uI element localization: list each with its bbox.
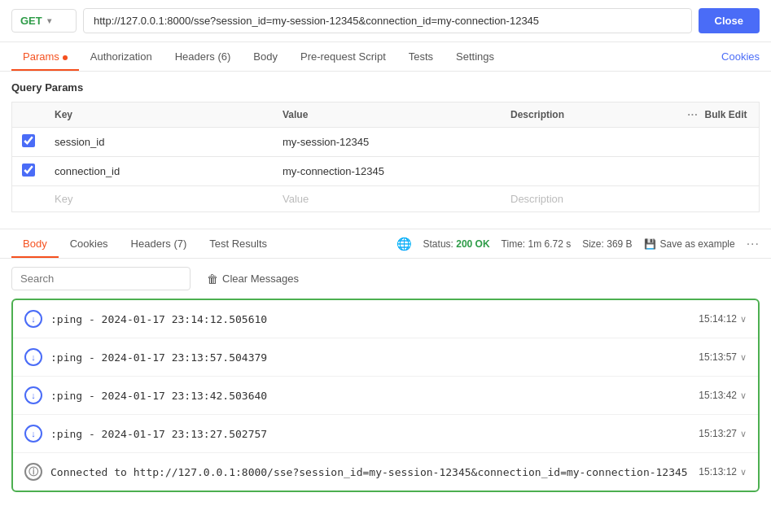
chevron-down-icon: ∨: [740, 314, 747, 325]
response-tab-cookies[interactable]: Cookies: [59, 229, 120, 258]
tab-settings[interactable]: Settings: [445, 42, 506, 71]
row1-description: [501, 128, 678, 157]
query-params-title: Query Params: [11, 81, 760, 94]
row2-value[interactable]: my-connection-12345: [273, 157, 501, 186]
message-text: :ping - 2024-01-17 23:13:42.503640: [50, 390, 690, 402]
list-item[interactable]: ↓ :ping - 2024-01-17 23:13:57.504379 15:…: [13, 338, 758, 377]
response-tab-body[interactable]: Body: [11, 229, 59, 258]
method-dropdown[interactable]: GET ▾: [11, 9, 77, 33]
tab-params[interactable]: Params: [11, 42, 79, 71]
save-as-example-button[interactable]: 💾 Save as example: [644, 238, 735, 250]
message-text: Connected to http://127.0.0.1:8000/sse?s…: [50, 466, 690, 478]
cookies-link[interactable]: Cookies: [721, 42, 760, 71]
time-label: Time: 1m 6.72 s: [502, 238, 572, 250]
list-item[interactable]: ↓ :ping - 2024-01-17 23:13:42.503640 15:…: [13, 377, 758, 415]
more-options-icon[interactable]: ···: [747, 237, 760, 251]
clear-messages-button[interactable]: 🗑 Clear Messages: [199, 268, 307, 290]
size-label: Size: 369 B: [582, 238, 632, 250]
response-status-bar: 🌐 Status: 200 OK Time: 1m 6.72 s Size: 3…: [396, 237, 760, 251]
row1-checkbox-cell: [12, 128, 46, 157]
arrow-down-icon: ↓: [24, 425, 42, 443]
messages-container: ↓ :ping - 2024-01-17 23:14:12.505610 15:…: [11, 299, 760, 492]
col-value: Value: [273, 102, 501, 128]
row2-key[interactable]: connection_id: [45, 157, 273, 186]
message-time: 15:13:12 ∨: [699, 466, 747, 477]
trash-icon: 🗑: [207, 273, 218, 286]
list-item[interactable]: ↓ :ping - 2024-01-17 23:13:27.502757 15:…: [13, 415, 758, 453]
col-checkbox: [12, 102, 46, 128]
url-input[interactable]: [83, 8, 692, 33]
method-label: GET: [20, 15, 42, 27]
params-table: Key Value Description ··· Bulk Edit sess…: [11, 102, 760, 212]
table-row: connection_id my-connection-12345: [12, 157, 760, 186]
search-input[interactable]: [11, 267, 191, 290]
tab-headers[interactable]: Headers (6): [164, 42, 243, 71]
row1-checkbox[interactable]: [22, 134, 35, 147]
empty-value[interactable]: Value: [273, 186, 501, 212]
row2-checkbox[interactable]: [22, 164, 35, 177]
chevron-down-icon: ∨: [740, 429, 747, 439]
empty-key[interactable]: Key: [45, 186, 273, 212]
arrow-down-icon: ↓: [24, 310, 42, 328]
row1-value[interactable]: my-session-12345: [273, 128, 501, 157]
message-time: 15:13:57 ∨: [699, 351, 747, 363]
message-time: 15:14:12 ∨: [699, 313, 747, 325]
response-tab-test-results[interactable]: Test Results: [198, 229, 278, 258]
response-tab-headers[interactable]: Headers (7): [120, 229, 199, 258]
chevron-down-icon: ∨: [740, 390, 747, 401]
list-item[interactable]: ⓘ Connected to http://127.0.0.1:8000/sse…: [13, 453, 758, 491]
tab-tests[interactable]: Tests: [397, 42, 445, 71]
tab-pre-request-script[interactable]: Pre-request Script: [289, 42, 397, 71]
tab-body[interactable]: Body: [242, 42, 289, 71]
arrow-down-icon: ↓: [24, 348, 42, 366]
message-time: 15:13:27 ∨: [699, 428, 747, 439]
row2-checkbox-cell: [12, 157, 46, 186]
chevron-down-icon: ∨: [740, 467, 747, 477]
close-button[interactable]: Close: [699, 8, 760, 33]
response-tabs: Body Cookies Headers (7) Test Results 🌐 …: [0, 229, 771, 259]
info-icon: ⓘ: [24, 463, 42, 481]
globe-icon: 🌐: [396, 237, 412, 251]
params-dot-icon: [63, 55, 68, 60]
row2-description: [501, 157, 678, 186]
message-text: :ping - 2024-01-17 23:13:57.504379: [50, 351, 690, 364]
status-label: Status: 200 OK: [423, 238, 490, 250]
request-tabs: Params Authorization Headers (6) Body Pr…: [0, 42, 771, 72]
row1-key[interactable]: session_id: [45, 128, 273, 157]
save-icon: 💾: [644, 238, 656, 250]
list-item[interactable]: ↓ :ping - 2024-01-17 23:14:12.505610 15:…: [13, 300, 758, 338]
tab-authorization[interactable]: Authorization: [79, 42, 164, 71]
row2-bulk: [678, 157, 760, 186]
table-row: session_id my-session-12345: [12, 128, 760, 157]
search-bar: 🗑 Clear Messages: [0, 259, 771, 299]
row1-bulk: [678, 128, 760, 157]
message-text: :ping - 2024-01-17 23:13:27.502757: [50, 428, 690, 440]
col-key: Key: [45, 102, 273, 128]
col-description: Description: [501, 102, 678, 128]
message-text: :ping - 2024-01-17 23:14:12.505610: [50, 313, 690, 325]
table-row-empty: Key Value Description: [12, 186, 760, 212]
tabs-right: Cookies: [721, 50, 760, 63]
top-bar: GET ▾ Close: [0, 0, 771, 42]
method-chevron-icon: ▾: [47, 16, 51, 25]
col-bulk-edit: ··· Bulk Edit: [678, 102, 760, 128]
status-value: 200 OK: [456, 238, 489, 250]
arrow-down-icon: ↓: [24, 386, 42, 404]
section-divider: [0, 212, 771, 229]
query-params-section: Query Params Key Value Description ··· B…: [0, 72, 771, 212]
chevron-down-icon: ∨: [740, 352, 747, 363]
empty-description[interactable]: Description: [501, 186, 678, 212]
message-time: 15:13:42 ∨: [699, 390, 747, 401]
bulk-edit-dots-icon: ···: [688, 109, 699, 120]
